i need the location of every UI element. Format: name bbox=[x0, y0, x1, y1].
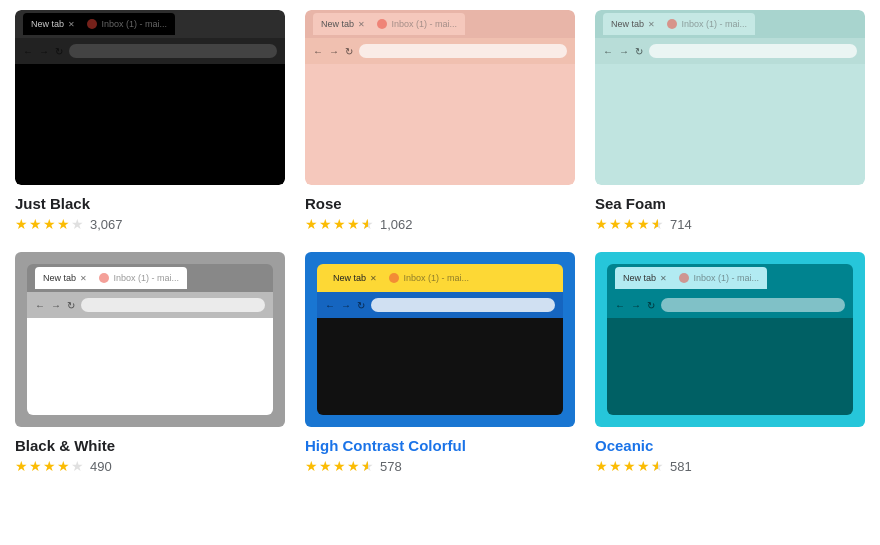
star-filled: ★ bbox=[333, 216, 346, 232]
browser-tab: New tab ✕ Inbox (1) - mai... bbox=[615, 267, 767, 289]
theme-card-sea-foam[interactable]: New tab ✕ Inbox (1) - mai... ← → ↻ Sea F… bbox=[595, 10, 865, 232]
browser-nav: ← → ↻ bbox=[27, 292, 273, 318]
browser-mockup: New tab ✕ Inbox (1) - mai... ← → ↻ bbox=[15, 10, 285, 185]
tab-close-icon: ✕ bbox=[80, 274, 87, 283]
back-icon: ← bbox=[615, 300, 625, 311]
stars: ★★★★★ bbox=[595, 458, 664, 474]
tab-inbox-label: Inbox (1) - mai... bbox=[99, 273, 179, 284]
star-filled: ★ bbox=[637, 216, 650, 232]
browser-body bbox=[305, 64, 575, 185]
card-rating: ★★★★★ 578 bbox=[305, 458, 575, 474]
card-rating: ★★★★★ 714 bbox=[595, 216, 865, 232]
star-filled: ★ bbox=[29, 458, 42, 474]
back-icon: ← bbox=[35, 300, 45, 311]
card-title: Rose bbox=[305, 195, 575, 212]
card-title: Just Black bbox=[15, 195, 285, 212]
rating-count: 714 bbox=[670, 217, 692, 232]
tab-label: New tab bbox=[333, 273, 366, 283]
star-filled: ★ bbox=[623, 216, 636, 232]
refresh-icon: ↻ bbox=[67, 300, 75, 311]
star-filled: ★ bbox=[29, 216, 42, 232]
theme-card-high-contrast-colorful[interactable]: New tab ✕ Inbox (1) - mai... ← → ↻ High … bbox=[305, 252, 575, 474]
browser-tab: New tab ✕ Inbox (1) - mai... bbox=[603, 13, 755, 35]
browser-mockup: New tab ✕ Inbox (1) - mai... ← → ↻ bbox=[305, 10, 575, 185]
tab-inbox-label: Inbox (1) - mai... bbox=[389, 273, 469, 284]
star-half: ★ bbox=[651, 458, 664, 474]
theme-card-just-black[interactable]: New tab ✕ Inbox (1) - mai... ← → ↻ Just … bbox=[15, 10, 285, 232]
themes-grid: New tab ✕ Inbox (1) - mai... ← → ↻ Just … bbox=[15, 10, 865, 474]
browser-titlebar: New tab ✕ Inbox (1) - mai... bbox=[607, 264, 853, 292]
card-thumbnail: New tab ✕ Inbox (1) - mai... ← → ↻ bbox=[595, 10, 865, 185]
browser-mockup: New tab ✕ Inbox (1) - mai... ← → ↻ bbox=[595, 10, 865, 185]
star-empty: ★ bbox=[71, 216, 84, 232]
theme-card-rose[interactable]: New tab ✕ Inbox (1) - mai... ← → ↻ Rose bbox=[305, 10, 575, 232]
tab-label: New tab bbox=[611, 19, 644, 29]
rating-count: 3,067 bbox=[90, 217, 123, 232]
star-filled: ★ bbox=[623, 458, 636, 474]
browser-nav: ← → ↻ bbox=[317, 292, 563, 318]
browser-tab: New tab ✕ Inbox (1) - mai... bbox=[35, 267, 187, 289]
tab-label: New tab bbox=[31, 19, 64, 29]
forward-icon: → bbox=[341, 300, 351, 311]
stars: ★★★★★ bbox=[595, 216, 664, 232]
browser-body bbox=[607, 318, 853, 415]
star-half: ★ bbox=[361, 216, 374, 232]
card-rating: ★★★★★ 581 bbox=[595, 458, 865, 474]
browser-titlebar: New tab ✕ Inbox (1) - mai... bbox=[27, 264, 273, 292]
theme-card-oceanic[interactable]: New tab ✕ Inbox (1) - mai... ← → ↻ Ocean… bbox=[595, 252, 865, 474]
back-icon: ← bbox=[23, 46, 33, 57]
rating-count: 581 bbox=[670, 459, 692, 474]
browser-body bbox=[317, 318, 563, 415]
theme-card-black-white[interactable]: New tab ✕ Inbox (1) - mai... ← → ↻ Black… bbox=[15, 252, 285, 474]
address-bar bbox=[371, 298, 555, 312]
tab-close-icon: ✕ bbox=[660, 274, 667, 283]
tab-label: New tab bbox=[321, 19, 354, 29]
refresh-icon: ↻ bbox=[635, 46, 643, 57]
star-filled: ★ bbox=[43, 216, 56, 232]
card-rating: ★★★★★ 1,062 bbox=[305, 216, 575, 232]
card-title: Black & White bbox=[15, 437, 285, 454]
browser-nav: ← → ↻ bbox=[15, 38, 285, 64]
refresh-icon: ↻ bbox=[647, 300, 655, 311]
forward-icon: → bbox=[51, 300, 61, 311]
star-filled: ★ bbox=[43, 458, 56, 474]
back-icon: ← bbox=[603, 46, 613, 57]
back-icon: ← bbox=[325, 300, 335, 311]
browser-nav: ← → ↻ bbox=[595, 38, 865, 64]
star-filled: ★ bbox=[15, 458, 28, 474]
star-filled: ★ bbox=[319, 216, 332, 232]
forward-icon: → bbox=[619, 46, 629, 57]
star-half: ★ bbox=[361, 458, 374, 474]
browser-mockup: New tab ✕ Inbox (1) - mai... ← → ↻ bbox=[27, 264, 273, 415]
browser-tab: New tab ✕ Inbox (1) - mai... bbox=[325, 267, 477, 289]
forward-icon: → bbox=[39, 46, 49, 57]
card-rating: ★★★★★ 490 bbox=[15, 458, 285, 474]
browser-body bbox=[27, 318, 273, 415]
rating-count: 490 bbox=[90, 459, 112, 474]
browser-body bbox=[15, 64, 285, 185]
tab-label: New tab bbox=[623, 273, 656, 283]
refresh-icon: ↻ bbox=[55, 46, 63, 57]
refresh-icon: ↻ bbox=[345, 46, 353, 57]
browser-titlebar: New tab ✕ Inbox (1) - mai... bbox=[595, 10, 865, 38]
tab-inbox-label: Inbox (1) - mai... bbox=[667, 19, 747, 30]
browser-mockup: New tab ✕ Inbox (1) - mai... ← → ↻ bbox=[607, 264, 853, 415]
address-bar bbox=[649, 44, 857, 58]
stars: ★★★★★ bbox=[305, 216, 374, 232]
star-filled: ★ bbox=[305, 458, 318, 474]
browser-titlebar: New tab ✕ Inbox (1) - mai... bbox=[317, 264, 563, 292]
card-thumbnail: New tab ✕ Inbox (1) - mai... ← → ↻ bbox=[15, 10, 285, 185]
browser-nav: ← → ↻ bbox=[305, 38, 575, 64]
tab-close-icon: ✕ bbox=[648, 20, 655, 29]
address-bar bbox=[69, 44, 277, 58]
address-bar bbox=[81, 298, 265, 312]
tab-inbox-label: Inbox (1) - mai... bbox=[87, 19, 167, 30]
browser-body bbox=[595, 64, 865, 185]
card-thumbnail: New tab ✕ Inbox (1) - mai... ← → ↻ bbox=[15, 252, 285, 427]
star-filled: ★ bbox=[609, 216, 622, 232]
card-title: Oceanic bbox=[595, 437, 865, 454]
star-filled: ★ bbox=[595, 458, 608, 474]
star-filled: ★ bbox=[15, 216, 28, 232]
tab-inbox-label: Inbox (1) - mai... bbox=[679, 273, 759, 284]
star-filled: ★ bbox=[595, 216, 608, 232]
